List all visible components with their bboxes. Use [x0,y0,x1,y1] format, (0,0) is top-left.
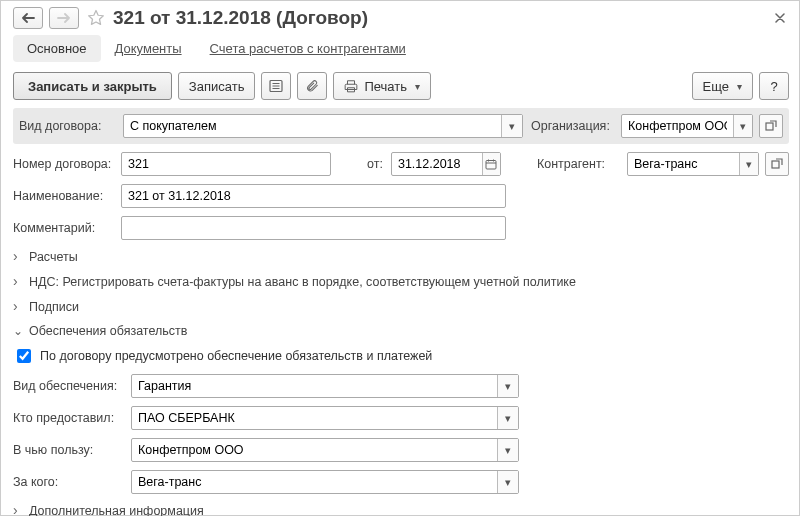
tab-main[interactable]: Основное [13,35,101,62]
paperclip-icon [305,79,319,93]
organization-label: Организация: [531,119,615,133]
name-label: Наименование: [13,189,113,203]
open-icon [765,120,777,132]
securities-label: Обеспечения обязательств [29,324,187,338]
save-button[interactable]: Записать [178,72,256,100]
provided-by-dropdown[interactable]: ▾ [497,407,518,429]
contract-type-dropdown[interactable]: ▾ [501,115,522,137]
calendar-icon [485,158,497,170]
tab-documents[interactable]: Документы [101,35,196,62]
date-picker-button[interactable] [482,153,500,175]
window-title: 321 от 31.12.2018 (Договор) [113,7,368,29]
name-input[interactable] [122,185,505,207]
in-favor-of-input[interactable] [132,439,497,461]
svg-rect-2 [486,161,496,170]
nav-back-button[interactable] [13,7,43,29]
chevron-down-icon: ▾ [415,81,420,92]
on-behalf-of-dropdown[interactable]: ▾ [497,471,518,493]
provided-by-input[interactable] [132,407,497,429]
vat-label: НДС: Регистрировать счета-фактуры на ава… [29,275,576,289]
chevron-right-icon [13,299,23,315]
arrow-left-icon [21,13,35,23]
contract-number-label: Номер договора: [13,157,113,171]
on-behalf-of-label: За кого: [13,475,123,489]
svg-rect-1 [766,123,773,130]
svg-rect-3 [772,161,779,168]
securities-checkbox-label: По договору предусмотрено обеспечение об… [40,349,432,363]
contract-number-input[interactable] [122,153,330,175]
counterparty-label: Контрагент: [537,157,621,171]
print-label: Печать [364,79,407,94]
chevron-down-icon [13,324,23,338]
signatures-label: Подписи [29,300,79,314]
in-favor-of-label: В чью пользу: [13,443,123,457]
chevron-right-icon [13,274,23,290]
contract-type-label: Вид договора: [19,119,115,133]
star-icon [86,8,106,28]
more-label: Еще [703,79,729,94]
arrow-right-icon [57,13,71,23]
securities-expander[interactable]: Обеспечения обязательств [13,324,789,338]
counterparty-open-button[interactable] [765,152,789,176]
date-from-label: от: [367,157,383,171]
open-icon [771,158,783,170]
more-button[interactable]: Еще ▾ [692,72,753,100]
additional-label: Дополнительная информация [29,504,204,516]
counterparty-dropdown[interactable]: ▾ [739,153,758,175]
comment-label: Комментарий: [13,221,113,235]
organization-dropdown[interactable]: ▾ [733,115,752,137]
contract-type-input[interactable] [124,115,501,137]
organization-open-button[interactable] [759,114,783,138]
save-and-close-button[interactable]: Записать и закрыть [13,72,172,100]
chevron-right-icon [13,249,23,265]
attach-button[interactable] [297,72,327,100]
additional-expander[interactable]: Дополнительная информация [13,503,789,516]
security-type-dropdown[interactable]: ▾ [497,375,518,397]
settlements-label: Расчеты [29,250,78,264]
nav-forward-button[interactable] [49,7,79,29]
favorite-button[interactable] [85,7,107,29]
organization-input[interactable] [622,115,733,137]
close-button[interactable] [771,9,789,27]
provided-by-label: Кто предоставил: [13,411,123,425]
list-icon [269,79,283,93]
print-button[interactable]: Печать ▾ [333,72,431,100]
securities-checkbox[interactable] [17,349,31,363]
chevron-right-icon [13,503,23,516]
printer-icon [344,79,358,93]
vat-expander[interactable]: НДС: Регистрировать счета-фактуры на ава… [13,274,789,290]
chevron-down-icon: ▾ [737,81,742,92]
on-behalf-of-input[interactable] [132,471,497,493]
settlements-expander[interactable]: Расчеты [13,249,789,265]
help-button[interactable]: ? [759,72,789,100]
comment-input[interactable] [122,217,505,239]
signatures-expander[interactable]: Подписи [13,299,789,315]
security-type-label: Вид обеспечения: [13,379,123,393]
tab-accounts[interactable]: Счета расчетов с контрагентами [196,35,420,62]
counterparty-input[interactable] [628,153,739,175]
list-button[interactable] [261,72,291,100]
security-type-input[interactable] [132,375,497,397]
in-favor-of-dropdown[interactable]: ▾ [497,439,518,461]
close-icon [775,13,785,23]
date-input[interactable] [392,153,482,175]
